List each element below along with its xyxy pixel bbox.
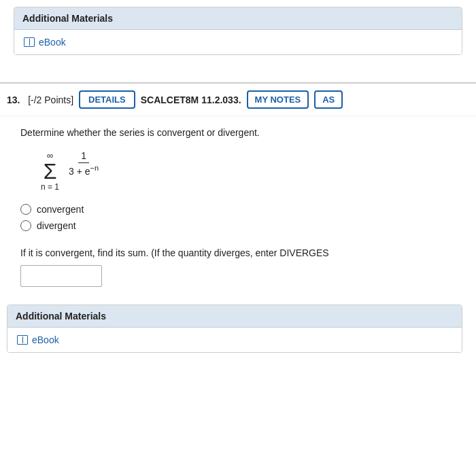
question-prompt: Determine whether the series is converge… <box>20 127 462 138</box>
convergent-radio[interactable] <box>20 204 31 215</box>
divergent-option[interactable]: divergent <box>20 220 462 231</box>
question-content: Determine whether the series is converge… <box>0 116 476 294</box>
fraction-numerator: 1 <box>78 150 89 163</box>
sigma-symbol: Σ <box>44 160 57 182</box>
sigma-wrap: ∞ Σ n = 1 <box>41 150 59 192</box>
fraction: 1 3 + e−n <box>66 150 101 177</box>
sigma-container: ∞ Σ n = 1 1 3 + e−n <box>41 150 101 192</box>
top-additional-materials-title: Additional Materials <box>22 13 113 24</box>
answer-input[interactable] <box>20 265 102 287</box>
question-row: 13. [-/2 Points] DETAILS SCALCET8M 11.2.… <box>0 82 476 116</box>
top-ebook-label: eBook <box>39 37 66 48</box>
question-code: SCALCET8M 11.2.033. <box>141 94 241 105</box>
as-button[interactable]: AS <box>314 90 343 109</box>
convergent-option[interactable]: convergent <box>20 204 462 215</box>
bottom-ebook-icon <box>17 335 28 345</box>
spacer <box>0 62 476 82</box>
top-ebook-link[interactable]: eBook <box>24 37 452 48</box>
denominator-exp: −n <box>90 164 99 172</box>
denominator-base: 3 + e <box>69 165 90 176</box>
bottom-ebook-label: eBook <box>32 334 59 345</box>
question-number-value: 13. <box>7 94 20 105</box>
bottom-ebook-link[interactable]: eBook <box>17 334 452 345</box>
convergent-sum-text: If it is convergent, find its sum. (If t… <box>20 247 462 258</box>
mynotes-button[interactable]: MY NOTES <box>247 90 309 109</box>
sigma-bottom: n = 1 <box>41 182 59 192</box>
ebook-icon <box>24 37 35 47</box>
divergent-radio[interactable] <box>20 220 31 231</box>
if-convergent-label: If it is convergent, find its sum. (If t… <box>20 247 329 258</box>
divergent-label: divergent <box>37 220 76 231</box>
top-additional-materials-body: eBook <box>14 30 462 54</box>
bottom-additional-materials-title: Additional Materials <box>16 311 106 322</box>
top-additional-materials-header: Additional Materials <box>14 7 462 30</box>
top-additional-materials-card: Additional Materials eBook <box>14 7 462 55</box>
question-points: [-/2 Points] <box>28 94 73 105</box>
bottom-additional-materials-card: Additional Materials eBook <box>7 305 462 353</box>
fraction-denominator: 3 + e−n <box>66 163 101 177</box>
bottom-additional-materials-header: Additional Materials <box>7 305 462 328</box>
convergent-label: convergent <box>37 204 84 215</box>
bottom-additional-materials-body: eBook <box>7 328 462 352</box>
question-number: 13. [-/2 Points] <box>0 94 73 105</box>
details-button[interactable]: DETAILS <box>79 90 135 109</box>
math-formula: ∞ Σ n = 1 1 3 + e−n <box>41 149 462 192</box>
